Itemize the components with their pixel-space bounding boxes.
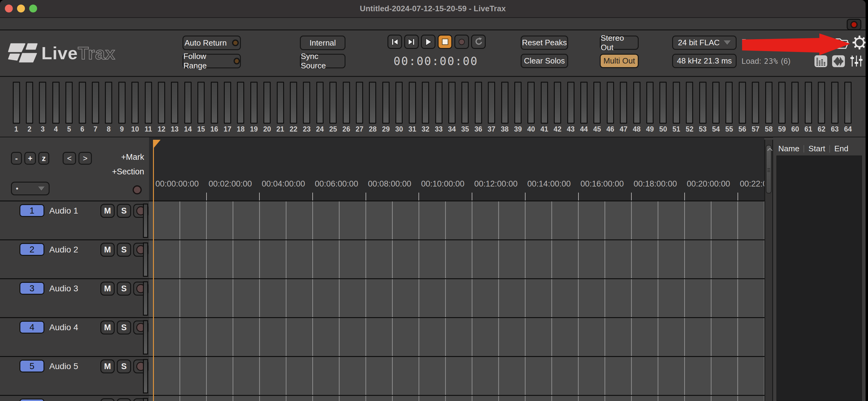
track-lane[interactable] — [149, 279, 764, 318]
playhead[interactable] — [153, 140, 154, 401]
track-number-badge[interactable]: 5 — [20, 360, 44, 372]
track-lane[interactable] — [149, 201, 764, 240]
go-to-start-button[interactable] — [388, 35, 402, 49]
auto-return-led-icon — [232, 39, 239, 46]
mute-button[interactable]: M — [100, 243, 115, 257]
track-name[interactable]: Audio 5 — [49, 362, 78, 371]
next-marker-button[interactable]: > — [79, 152, 92, 165]
loop-button[interactable] — [471, 35, 486, 49]
zoom-out-button[interactable]: - — [11, 152, 22, 165]
timeline-canvas[interactable]: 00:00:00:00 00:02:00:00 00:04:00:00 — [149, 137, 764, 401]
track-number-badge[interactable]: 4 — [20, 321, 44, 334]
sync-source-label: Sync Source — [301, 52, 345, 70]
auto-return-button[interactable]: Auto Return — [183, 36, 241, 50]
track-name[interactable]: Audio 4 — [49, 323, 78, 332]
channel-meter-bar — [475, 82, 482, 124]
channel-meter: 32 — [422, 82, 430, 133]
solo-button[interactable]: S — [117, 398, 131, 401]
solo-button[interactable]: S — [117, 359, 131, 373]
zoom-in-button[interactable]: + — [24, 152, 36, 165]
channel-meter-bar — [646, 82, 654, 124]
track-name[interactable]: Audio 1 — [49, 206, 78, 216]
vertical-scrollbar[interactable] — [764, 140, 773, 401]
go-to-end-button[interactable] — [404, 35, 419, 49]
channel-meter: 51 — [672, 82, 680, 133]
solo-button[interactable]: S — [117, 281, 131, 296]
column-start[interactable]: Start — [808, 144, 825, 154]
track-lane[interactable] — [149, 240, 764, 279]
locations-list[interactable] — [776, 156, 862, 401]
track-number-badge[interactable] — [20, 399, 44, 401]
track-header[interactable]: 1 Audio 1 M S — [0, 201, 149, 240]
mute-button[interactable]: M — [100, 398, 115, 401]
channel-number: 52 — [685, 125, 693, 133]
channel-meter: 35 — [461, 82, 469, 133]
stop-button[interactable] — [438, 35, 452, 49]
track-header[interactable]: 3 Audio 3 M S — [0, 279, 149, 318]
ruler-timecode: 00:18:00:00 — [633, 179, 677, 189]
sync-source-button[interactable]: Sync Source — [300, 54, 345, 68]
track-number-badge[interactable]: 2 — [20, 243, 44, 256]
settings-button[interactable] — [852, 35, 866, 50]
track-header[interactable]: 5 Audio 5 M S — [0, 357, 149, 396]
clear-solos-button[interactable]: Clear Solos — [521, 54, 568, 68]
track-level-meter — [143, 204, 148, 238]
track-lane[interactable] — [149, 357, 764, 396]
channel-meter-bar — [237, 82, 244, 124]
channel-meter-bar — [26, 82, 33, 124]
channel-meter: 24 — [316, 82, 324, 133]
channel-meter-bar — [501, 82, 508, 124]
stereo-out-label: Stereo Out — [601, 33, 638, 52]
add-mark-button[interactable]: +Mark — [121, 153, 144, 162]
play-button[interactable] — [421, 35, 436, 49]
main-clock[interactable]: 00:00:00:00 — [388, 55, 484, 68]
file-format-select[interactable]: 24 bit FLAC — [672, 36, 737, 50]
mute-button[interactable]: M — [100, 204, 115, 218]
follow-range-button[interactable]: Follow Range — [183, 54, 241, 68]
channel-meter: 54 — [712, 82, 720, 133]
channel-number: 45 — [593, 125, 601, 133]
channel-meter: 47 — [620, 82, 628, 133]
solo-button[interactable]: S — [117, 204, 131, 218]
column-name[interactable]: Name — [778, 144, 799, 154]
channel-meter-bar — [461, 82, 469, 124]
track-header[interactable]: 2 Audio 2 M S — [0, 240, 149, 279]
reset-peaks-button[interactable]: Reset Peaks — [521, 36, 568, 50]
track-name[interactable]: Audio 2 — [49, 245, 78, 255]
channel-meter-bar — [343, 82, 350, 124]
mute-button[interactable]: M — [100, 281, 115, 296]
mute-button[interactable]: M — [100, 359, 115, 373]
channel-number: 27 — [355, 125, 364, 133]
column-end[interactable]: End — [834, 144, 848, 154]
channel-meter: 52 — [685, 82, 694, 133]
logo-live-text: Live — [41, 43, 78, 63]
track-name[interactable]: Audio 3 — [49, 284, 78, 294]
channel-meter-bar — [382, 82, 390, 124]
prev-marker-button[interactable]: < — [63, 152, 76, 165]
zoom-fit-button[interactable]: z — [38, 152, 49, 165]
track-header[interactable]: M S — [0, 396, 149, 401]
solo-button[interactable]: S — [117, 243, 131, 257]
timeline-ruler[interactable]: 00:00:00:00 00:02:00:00 00:04:00:00 — [149, 137, 764, 201]
mute-button[interactable]: M — [100, 321, 115, 334]
track-header[interactable]: 4 Audio 4 M S — [0, 318, 149, 357]
track-number-badge[interactable]: 3 — [20, 282, 44, 295]
snap-select[interactable]: • — [11, 182, 50, 195]
sample-rate-button[interactable]: 48 kHz 21.3 ms — [672, 54, 737, 68]
error-log-button[interactable] — [847, 19, 861, 30]
multi-out-button[interactable]: Multi Out — [600, 54, 639, 68]
channel-meter-bar — [290, 82, 297, 124]
track-lane[interactable] — [149, 396, 764, 401]
track-lane[interactable] — [149, 318, 764, 357]
vertical-scrollbar-thumb[interactable] — [766, 145, 772, 194]
record-button[interactable] — [454, 35, 469, 49]
sync-internal-button[interactable]: Internal — [300, 36, 345, 50]
go-to-start-icon — [390, 37, 400, 47]
solo-button[interactable]: S — [117, 321, 131, 334]
playhead-flag[interactable] — [153, 140, 161, 149]
ruler-timecode: 00:10:00:00 — [421, 179, 464, 189]
add-section-button[interactable]: +Section — [112, 167, 144, 176]
track-number-badge[interactable]: 1 — [20, 204, 44, 217]
channel-meter-bar — [79, 82, 86, 124]
stereo-out-button[interactable]: Stereo Out — [600, 36, 639, 50]
